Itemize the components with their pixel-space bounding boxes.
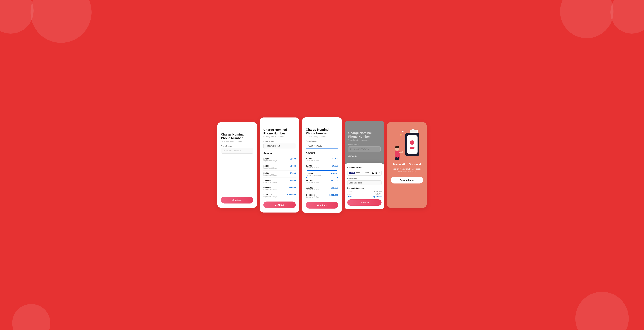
screen-3: ‹ Charge NominalPhone Number Carefully e… — [302, 117, 342, 213]
total-label: Total — [347, 195, 352, 198]
payment-summary-title: Payment Summary — [347, 187, 382, 189]
screen-2-amount-title: Amount — [264, 152, 296, 155]
screen-1-title: Charge NominalPhone Number — [221, 133, 253, 140]
amount-item-s2-1[interactable]: 15.000 Expired on 20 Days 16.000 — [264, 163, 296, 170]
total-row: Total Rp 52.000 — [347, 195, 382, 198]
screen-1-continue-btn[interactable]: Continue — [221, 197, 253, 203]
screen-3-subtitle: Carefully enter your number — [306, 136, 338, 138]
topup-row: Top up Rp 50.000 — [347, 190, 382, 192]
success-title: Transcation Success! — [393, 163, 421, 166]
screen-3-amount-list: 10.000 Expired on 10 Days 12.500 15.000 … — [306, 156, 338, 199]
screen-3-continue-btn[interactable]: Continue — [306, 202, 338, 209]
dot-2 — [400, 134, 402, 136]
amount-item-s3-3[interactable]: 150.000 Expired on 50 Days 151.000 — [306, 178, 338, 185]
person-figure — [393, 140, 404, 160]
topup-label: Top up — [347, 190, 352, 192]
phone-done-btn: DONE — [410, 147, 414, 149]
success-subtitle: Yes! enjoy your bill. Don't forget to ch… — [391, 168, 423, 173]
bg-circle-2 — [30, 0, 92, 43]
promo-code-input[interactable] — [347, 180, 382, 185]
back-button-s3[interactable]: ‹ — [306, 122, 310, 125]
screen-3-title: Charge NominalPhone Number — [306, 128, 338, 135]
screen-1-subtitle: Carefully enter your number — [221, 141, 253, 142]
amount-item-s3-0[interactable]: 10.000 Expired on 10 Days 12.500 — [306, 156, 338, 163]
person-leg-left — [395, 157, 397, 160]
screen-2-subtitle: Carefully enter your number — [264, 136, 296, 138]
person-leg-right — [398, 157, 399, 160]
screen-5: ✓ Thank you! DONE — [387, 122, 427, 208]
promo-code-label: Promo Code — [347, 178, 382, 180]
amount-item-s3-4[interactable]: 500.000 Expired on 80 Days 502.000 — [306, 185, 338, 192]
screen-4-wrapper: ‹ Charge NominalPhone Number Carefully e… — [344, 121, 384, 209]
screen-4-phone-label: Phone Number — [348, 144, 380, 145]
screen-1: ‹ Charge NominalPhone Number Carefully e… — [217, 122, 257, 208]
screen-2-phone-input[interactable] — [264, 143, 296, 149]
success-illustration: ✓ Thank you! DONE — [393, 130, 420, 160]
screen-2-amount-list: 10.000 Expired on 10 Days 12.500 15.000 … — [264, 156, 296, 199]
screen-3-phone-label: Phone Number — [306, 140, 338, 142]
phone-check-icon: ✓ — [410, 140, 414, 145]
bg-circle-1 — [0, 0, 34, 34]
phone-mockup: ✓ Thank you! DONE — [405, 133, 419, 156]
topup-value: Rp 50.000 — [374, 190, 382, 192]
amount-item-s2-5[interactable]: 1.000.000 Expired on 90 Days 1.005.000 — [264, 192, 296, 199]
amount-item-s2-0[interactable]: 10.000 Expired on 10 Days 12.500 — [264, 156, 296, 163]
amount-item-s3-5[interactable]: 1.000.000 Expired on 90 Days 1.005.000 — [306, 192, 338, 199]
back-button-s2[interactable]: ‹ — [264, 122, 267, 125]
amount-item-s2-4[interactable]: 500.000 Expired on 80 Days 502.000 — [264, 185, 296, 192]
back-button-s4[interactable]: ‹ — [348, 125, 352, 129]
screen-1-phone-input[interactable] — [221, 148, 253, 154]
bg-circle-6 — [575, 292, 629, 330]
visa-logo: VISA — [349, 172, 355, 174]
visa-last4: 1245 — [372, 171, 377, 174]
screen-2-continue-btn[interactable]: Continue — [264, 201, 296, 208]
screen-4-amount-title: Amount — [348, 155, 380, 158]
amount-item-s3-2-selected[interactable]: 50.000 Expired on 20 Days 52.000 — [306, 170, 338, 178]
admin-fee-row: Admin Fee Rp 2.000 — [347, 193, 382, 195]
bg-circle-3 — [560, 0, 614, 38]
phone-screen: ✓ Thank you! DONE — [407, 135, 418, 154]
back-button-s1[interactable]: ‹ — [221, 127, 225, 130]
screen-3-amount-title: Amount — [306, 152, 338, 154]
person-hair — [395, 146, 399, 148]
screen-2-phone-label: Phone Number — [264, 140, 296, 142]
screen-1-phone-label: Phone Number — [221, 145, 253, 147]
checkout-button[interactable]: Checkout — [347, 199, 382, 206]
payment-method-title: Payment Method — [347, 166, 382, 169]
back-home-button[interactable]: Back to home — [391, 177, 423, 183]
visa-dots: •••• •••• •••• — [356, 172, 370, 174]
screens-container: ‹ Charge NominalPhone Number Carefully e… — [214, 111, 430, 219]
bg-circle-4 — [610, 0, 644, 34]
screen-4-phone-input[interactable] — [348, 146, 380, 152]
dot-1 — [402, 131, 404, 132]
visa-chevron-icon: ▼ — [378, 172, 380, 174]
amount-item-s2-2[interactable]: 50.000 Expired on 20 Days 52.000 — [264, 170, 296, 178]
visa-payment-row[interactable]: VISA •••• •••• •••• 1245 ▼ — [347, 170, 382, 176]
screen-2-title: Charge NominalPhone Number — [264, 128, 296, 135]
amount-item-s3-1[interactable]: 15.000 Expired on 20 Days 16.000 — [306, 163, 338, 170]
phone-thankyou-text: Thank you! — [410, 146, 415, 147]
admin-fee-label: Admin Fee — [347, 193, 356, 195]
admin-fee-value: Rp 2.000 — [375, 193, 382, 195]
screen-3-phone-input[interactable] — [306, 143, 338, 149]
amount-item-s2-3[interactable]: 150.000 Expired on 50 Days 151.000 — [264, 178, 296, 185]
screen-4-payment-card: Payment Method VISA •••• •••• •••• 1245 … — [344, 163, 384, 209]
screen-4-title: Charge NominalPhone Number — [348, 131, 380, 138]
screen-4-subtitle: Carefully enter your number — [348, 139, 380, 141]
screen-2: ‹ Charge NominalPhone Number Carefully e… — [260, 118, 300, 212]
bg-circle-5 — [12, 304, 50, 330]
total-value: Rp 52.000 — [373, 195, 382, 198]
